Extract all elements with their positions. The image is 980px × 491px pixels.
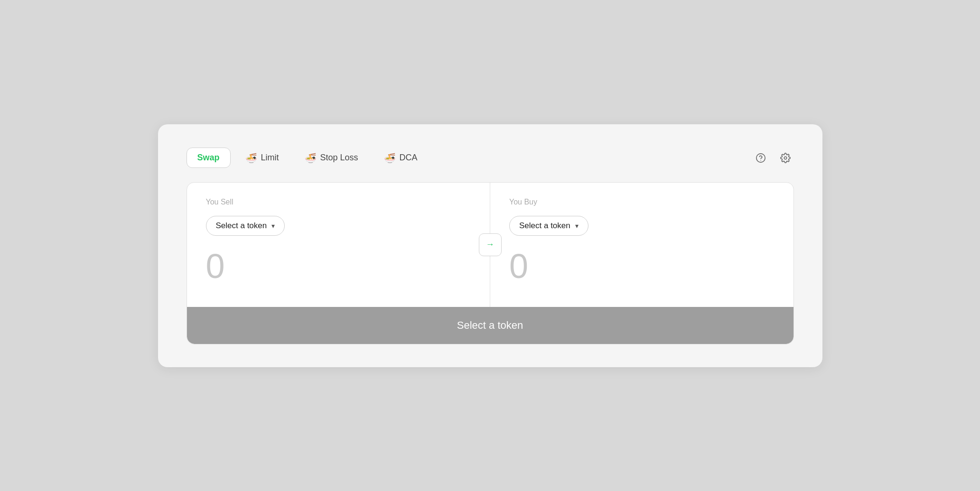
limit-icon: 🍜 [245,152,257,164]
limit-tab-label: Limit [261,153,279,163]
buy-label: You Buy [509,198,775,206]
nav-actions [752,149,794,167]
settings-button[interactable] [777,149,794,167]
dca-icon: 🍜 [384,152,396,164]
tab-swap[interactable]: Swap [187,148,231,168]
nav-tabs: Swap 🍜 Limit 🍜 Stop Loss 🍜 DCA [187,147,429,169]
cta-button[interactable]: Select a token [187,307,793,344]
sell-token-select[interactable]: Select a token ▾ [206,216,285,236]
svg-point-0 [756,153,765,162]
sell-token-label: Select a token [216,221,267,231]
buy-section: You Buy Select a token ▾ 0 [490,183,793,307]
buy-chevron-icon: ▾ [575,222,579,230]
tab-dca[interactable]: 🍜 DCA [373,147,429,169]
help-button[interactable] [752,149,769,167]
svg-point-2 [784,157,787,159]
sell-section: You Sell Select a token ▾ 0 [187,183,491,307]
sell-label: You Sell [206,198,471,206]
swap-arrow-icon: → [486,240,495,250]
swap-panel: You Sell Select a token ▾ 0 → You Buy Se… [187,182,794,344]
sell-chevron-icon: ▾ [271,222,275,230]
app-container: Swap 🍜 Limit 🍜 Stop Loss 🍜 DCA [158,124,822,367]
swap-tab-label: Swap [197,153,220,163]
gear-icon [780,153,791,163]
buy-token-select[interactable]: Select a token ▾ [509,216,588,236]
tab-limit[interactable]: 🍜 Limit [234,147,290,169]
swap-body: You Sell Select a token ▾ 0 → You Buy Se… [187,183,793,307]
swap-direction-button[interactable]: → [479,233,502,256]
sell-amount: 0 [206,249,471,292]
cta-button-label: Select a token [457,319,523,331]
tab-stop-loss[interactable]: 🍜 Stop Loss [294,147,369,169]
buy-token-label: Select a token [519,221,570,231]
buy-amount: 0 [509,249,775,292]
stop-loss-tab-label: Stop Loss [320,153,358,163]
nav-bar: Swap 🍜 Limit 🍜 Stop Loss 🍜 DCA [187,147,794,169]
stop-loss-icon: 🍜 [305,152,317,164]
help-icon [756,153,766,163]
dca-tab-label: DCA [400,153,418,163]
